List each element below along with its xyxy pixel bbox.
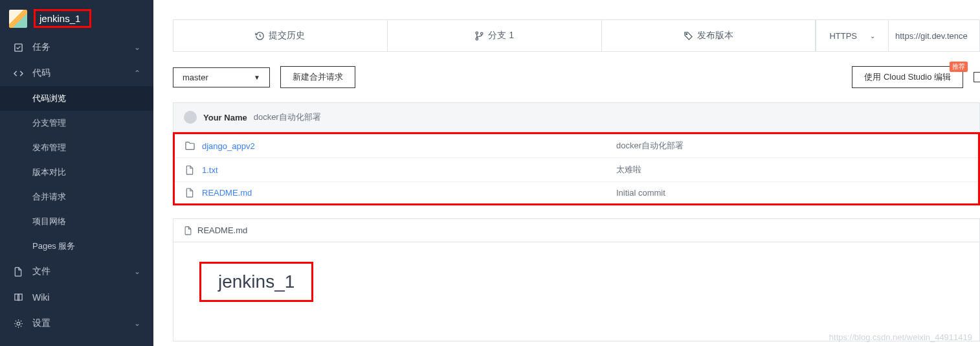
- folder-icon: [185, 141, 195, 150]
- sidebar-sub-pages[interactable]: Pages 服务: [0, 234, 153, 259]
- gear-icon: [13, 318, 23, 329]
- project-header: jenkins_1: [0, 5, 153, 34]
- sidebar-sub-mr[interactable]: 合并请求: [0, 185, 153, 209]
- tab-branches[interactable]: 分支 1: [388, 20, 602, 51]
- new-merge-request-button[interactable]: 新建合并请求: [280, 66, 355, 88]
- clone-url-input[interactable]: [889, 31, 979, 41]
- tab-releases[interactable]: 发布版本: [602, 20, 816, 51]
- readme-heading: jenkins_1: [218, 271, 295, 292]
- sidebar-item-wiki[interactable]: Wiki: [0, 284, 153, 310]
- sidebar-sub-network[interactable]: 项目网络: [0, 209, 153, 234]
- sidebar-item-settings[interactable]: 设置 ⌄: [0, 310, 153, 336]
- commit-message: docker自动化部署: [254, 111, 321, 123]
- project-title-highlight: jenkins_1: [34, 9, 91, 28]
- sidebar-sub-diff[interactable]: 版本对比: [0, 160, 153, 185]
- recommend-badge: 推荐: [950, 62, 968, 72]
- file-list-highlight: django_appv2 docker自动化部署 1.txt 太难啦 READM…: [173, 132, 980, 205]
- sidebar-label: 任务: [32, 41, 134, 53]
- file-row[interactable]: README.md Initial commit: [175, 182, 978, 203]
- chevron-down-icon: ⌄: [134, 319, 140, 328]
- file-name[interactable]: README.md: [202, 188, 616, 198]
- sidebar-sub-browse[interactable]: 代码浏览: [0, 86, 153, 111]
- project-title[interactable]: jenkins_1: [39, 13, 80, 24]
- sidebar-label: 设置: [32, 317, 134, 329]
- svg-point-3: [476, 38, 478, 40]
- file-commit-message: Initial commit: [616, 188, 665, 198]
- history-icon: [255, 31, 265, 41]
- chevron-down-icon: ⌄: [134, 267, 140, 276]
- file-row[interactable]: django_appv2 docker自动化部署: [175, 134, 978, 158]
- file-name[interactable]: django_appv2: [202, 141, 616, 151]
- file-commit-message: 太难啦: [616, 164, 641, 176]
- commit-author: Your Name: [203, 113, 247, 122]
- readme-filename: README.md: [197, 225, 247, 235]
- main-content: 提交历史 分支 1 发布版本 HTTPS ⌄: [153, 0, 980, 346]
- svg-point-4: [481, 32, 483, 34]
- repo-tabs: 提交历史 分支 1 发布版本 HTTPS ⌄: [173, 19, 980, 52]
- svg-point-2: [476, 32, 478, 34]
- file-icon: [184, 226, 192, 235]
- sidebar: jenkins_1 任务 ⌄ 代码 ⌃ 代码浏览 分支管理 发布管理 版本对比 …: [0, 0, 153, 346]
- book-icon: [13, 292, 23, 303]
- avatar: [184, 111, 197, 124]
- sidebar-label: Wiki: [32, 292, 140, 303]
- readme-header: README.md: [173, 219, 979, 242]
- sidebar-sub-releases[interactable]: 发布管理: [0, 135, 153, 160]
- code-icon: [13, 68, 23, 78]
- toolbar: master ▼ 新建合并请求 使用 Cloud Studio 编辑 推荐: [173, 66, 980, 88]
- branch-select[interactable]: master ▼: [173, 67, 270, 87]
- svg-point-1: [17, 322, 20, 325]
- watermark: https://blog.csdn.net/weixin_44911419: [829, 332, 972, 342]
- readme-panel: README.md jenkins_1: [173, 218, 980, 341]
- readme-heading-highlight: jenkins_1: [199, 262, 313, 302]
- tag-icon: [684, 31, 693, 41]
- file-row[interactable]: 1.txt 太难啦: [175, 158, 978, 182]
- sidebar-item-code[interactable]: 代码 ⌃: [0, 60, 153, 86]
- file-icon: [185, 165, 195, 175]
- chevron-down-icon: ⌄: [870, 32, 875, 40]
- latest-commit-bar: Your Name docker自动化部署: [173, 102, 980, 132]
- sidebar-sub-branches[interactable]: 分支管理: [0, 111, 153, 135]
- sidebar-label: 文件: [32, 266, 134, 277]
- checkbox-icon: [13, 42, 23, 52]
- svg-point-5: [686, 33, 687, 34]
- extra-button[interactable]: [974, 72, 980, 82]
- protocol-select[interactable]: HTTPS ⌄: [816, 20, 888, 51]
- branch-icon: [474, 31, 484, 41]
- sidebar-item-files[interactable]: 文件 ⌄: [0, 259, 153, 284]
- cloud-studio-button[interactable]: 使用 Cloud Studio 编辑 推荐: [852, 66, 963, 88]
- file-name[interactable]: 1.txt: [202, 165, 616, 175]
- readme-body: jenkins_1: [173, 242, 979, 341]
- sidebar-label: 代码: [32, 67, 134, 79]
- file-icon: [13, 266, 23, 277]
- sidebar-item-tasks[interactable]: 任务 ⌄: [0, 34, 153, 60]
- project-avatar: [9, 10, 27, 28]
- caret-down-icon: ▼: [254, 74, 260, 81]
- tab-history[interactable]: 提交历史: [173, 20, 388, 51]
- chevron-up-icon: ⌃: [134, 69, 140, 78]
- chevron-down-icon: ⌄: [134, 43, 140, 52]
- file-icon: [185, 188, 195, 198]
- file-commit-message: docker自动化部署: [616, 140, 684, 152]
